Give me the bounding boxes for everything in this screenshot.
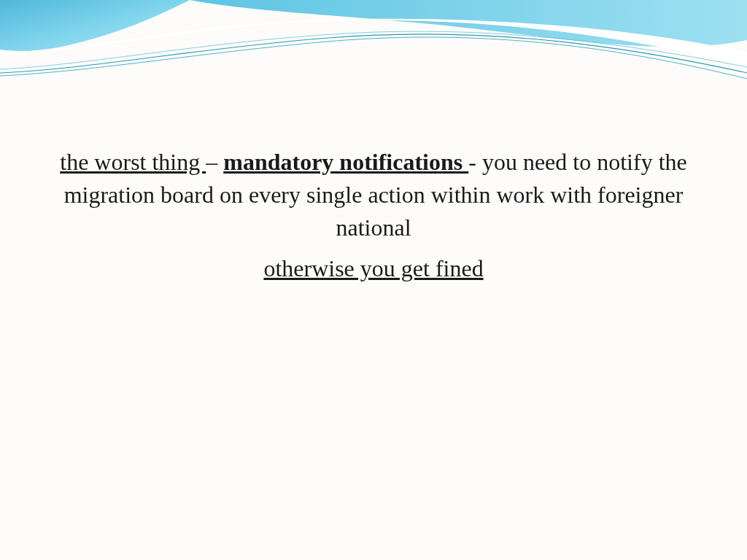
paragraph-main: the worst thing – mandatory notification… bbox=[44, 146, 703, 244]
wave-svg bbox=[0, 0, 747, 102]
text-otherwise-fined: otherwise you get fined bbox=[263, 255, 483, 281]
text-mandatory-notifications: mandatory notifications bbox=[223, 149, 468, 175]
paragraph-fine: otherwise you get fined bbox=[44, 252, 703, 285]
text-worst-thing: the worst thing bbox=[60, 149, 206, 175]
slide-content: the worst thing – mandatory notification… bbox=[0, 146, 747, 294]
decorative-wave-header bbox=[0, 0, 747, 102]
text-dash: – bbox=[206, 149, 223, 175]
